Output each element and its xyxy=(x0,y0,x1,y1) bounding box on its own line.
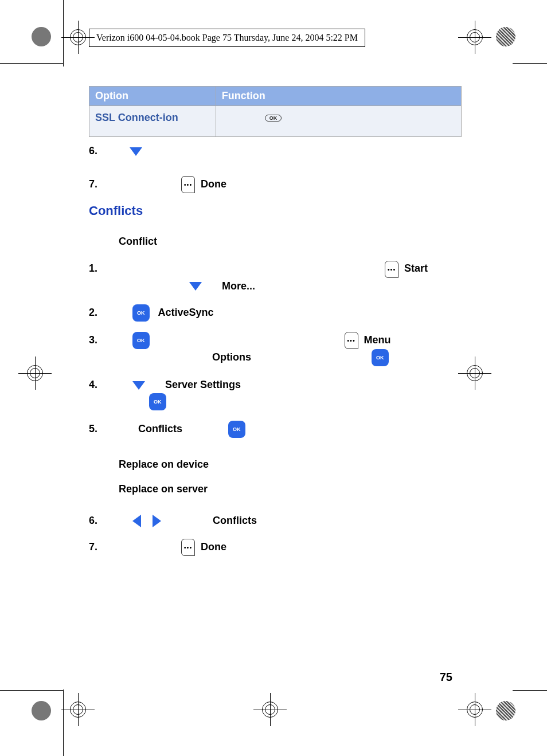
softkey-icon: ••• xyxy=(345,332,358,349)
conflicts-label: Conflicts xyxy=(138,423,182,434)
step-number: 1. xyxy=(89,260,104,276)
crop-line xyxy=(0,63,63,64)
printer-circle-pattern-icon xyxy=(496,27,515,46)
step-number: 3. xyxy=(89,332,104,348)
printer-circle-pattern-icon xyxy=(496,701,515,720)
table-header-function: Function xyxy=(216,87,461,106)
registration-mark-icon xyxy=(66,25,90,49)
crop-line xyxy=(0,690,63,691)
step-7c: 7. ••• Done xyxy=(89,539,462,556)
table-row: SSL Connect-ion OK xyxy=(89,106,462,137)
step-number: 4. xyxy=(89,377,104,393)
step-3b: 3. OK ••• Menu Options OK xyxy=(89,332,462,367)
ok-badge-icon: OK xyxy=(228,421,245,438)
step-2b: 2. OK ActiveSync xyxy=(89,304,462,322)
softkey-icon: ••• xyxy=(181,176,195,193)
registration-mark-icon xyxy=(463,25,487,49)
step-number: 6. xyxy=(89,143,104,159)
conflicts-label: Conflicts xyxy=(213,515,257,526)
ok-badge-icon: OK xyxy=(372,349,389,366)
page-header-meta: Verizon i600 04-05-04.book Page 75 Thurs… xyxy=(89,29,365,47)
step-1b: 1. ••• Start More... xyxy=(89,260,462,293)
table-header-option: Option xyxy=(89,87,216,106)
registration-mark-icon xyxy=(463,698,487,722)
step-number: 2. xyxy=(89,304,104,320)
step-number: 6. xyxy=(89,512,104,528)
softkey-icon: ••• xyxy=(181,539,195,556)
more-label: More... xyxy=(222,280,255,292)
ok-badge-icon: OK xyxy=(132,332,150,349)
page-number: 75 xyxy=(440,671,452,684)
table-cell-function: OK xyxy=(216,106,461,137)
server-settings-label: Server Settings xyxy=(165,379,241,390)
done-label: Done xyxy=(201,541,226,553)
step-number: 7. xyxy=(89,176,104,192)
replace-on-device-label: Replace on device xyxy=(119,459,462,471)
menu-label: Menu xyxy=(364,334,391,346)
down-arrow-icon xyxy=(130,147,142,156)
left-arrow-icon xyxy=(132,515,141,527)
ok-outline-badge-icon: OK xyxy=(265,115,282,122)
done-label: Done xyxy=(201,178,226,190)
step-7a: 7. ••• Done xyxy=(89,176,462,193)
step-6c: 6. Conflicts xyxy=(89,512,462,528)
start-label: Start xyxy=(404,263,428,274)
down-arrow-icon xyxy=(132,381,145,390)
crop-line xyxy=(513,63,547,64)
replace-on-server-label: Replace on server xyxy=(119,483,462,495)
table-header-row: Option Function xyxy=(89,87,462,106)
step-5b: 5. Conflicts OK xyxy=(89,421,462,438)
registration-mark-icon xyxy=(66,698,90,722)
printer-circle-icon xyxy=(32,27,51,46)
printer-circle-icon xyxy=(32,701,51,720)
crop-line xyxy=(513,690,547,691)
crop-line xyxy=(63,0,64,66)
options-table: Option Function SSL Connect-ion OK xyxy=(89,86,462,137)
step-number: 5. xyxy=(89,421,104,437)
subheading-conflict: Conflict xyxy=(119,236,462,248)
down-arrow-icon xyxy=(189,282,202,291)
right-arrow-icon xyxy=(153,515,161,527)
activesync-label: ActiveSync xyxy=(158,307,214,318)
ok-badge-icon: OK xyxy=(132,304,150,322)
registration-mark-icon xyxy=(463,361,487,385)
page-content: Option Function SSL Connect-ion OK 6. 7.… xyxy=(89,86,462,566)
step-4b: 4. Server Settings OK xyxy=(89,377,462,410)
step-6a: 6. xyxy=(89,143,462,159)
table-cell-option: SSL Connect-ion xyxy=(89,106,216,137)
crop-line xyxy=(63,690,64,756)
registration-mark-icon xyxy=(23,361,47,385)
step-number: 7. xyxy=(89,539,104,555)
registration-mark-icon xyxy=(258,698,282,722)
ok-badge-icon: OK xyxy=(149,393,166,410)
options-label: Options xyxy=(212,351,251,363)
softkey-icon: ••• xyxy=(385,261,398,278)
section-title-conflicts: Conflicts xyxy=(89,203,462,218)
